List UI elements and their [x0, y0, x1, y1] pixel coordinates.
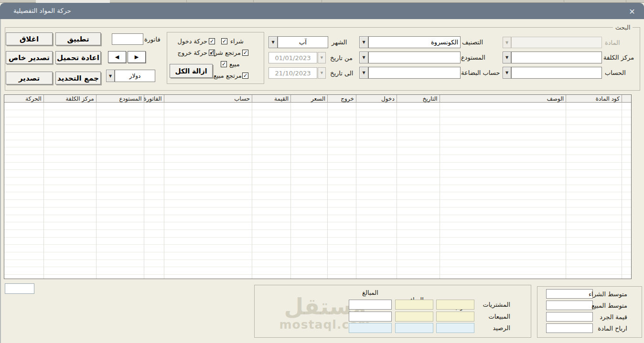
account-dropdown-button[interactable]: ▼	[503, 67, 511, 79]
purchase-return-checkbox[interactable]: ✓	[242, 50, 248, 56]
table-body-column	[327, 103, 356, 279]
bottom-left-input[interactable]	[5, 283, 34, 294]
table-body-column	[290, 103, 327, 279]
chevron-down-icon: ▼	[505, 41, 508, 45]
sales-net-field	[395, 312, 433, 322]
table-body-column	[566, 103, 622, 279]
classification-dropdown-button[interactable]: ▼	[359, 36, 368, 48]
balance-row-label: الرصيد	[477, 324, 510, 332]
account-label: الحساب	[605, 69, 626, 76]
column-header-invoice[interactable]: الفاتورة	[144, 95, 164, 103]
month-combobox[interactable]	[278, 36, 328, 48]
purchases-row-label: المشتريات	[477, 301, 510, 308]
inventory-value-input[interactable]	[546, 312, 593, 322]
close-button[interactable]: اغلاق	[6, 32, 53, 45]
goods-account-dropdown-button[interactable]: ▼	[359, 67, 368, 79]
table-body-column	[144, 103, 164, 279]
sale-checkbox[interactable]: ✓	[221, 61, 227, 67]
movement-in-checkbox[interactable]: ✓	[209, 38, 215, 44]
chevron-down-icon: ▼	[362, 71, 365, 75]
column-header-material-code[interactable]: كود المادة	[566, 95, 622, 103]
currency-combobox[interactable]	[115, 70, 155, 82]
special-export-button[interactable]: تصدير خاص	[6, 51, 53, 64]
goods-account-combobox[interactable]	[368, 67, 461, 79]
warehouse-dropdown-button[interactable]: ▼	[359, 52, 368, 63]
check-icon: ✓	[243, 50, 247, 55]
table-body-column	[43, 103, 96, 279]
purchases-net-field	[395, 300, 433, 310]
prev-arrow-icon: ◀	[115, 54, 119, 60]
chevron-down-icon: ▼	[505, 71, 508, 75]
avg-purchase-input[interactable]	[546, 289, 593, 299]
chevron-down-icon: ▼	[362, 55, 365, 60]
sales-amount-input[interactable]	[349, 312, 392, 322]
table-body-column	[356, 103, 397, 279]
column-header-value[interactable]: القيمة	[252, 95, 290, 103]
month-label: الشهر	[332, 39, 347, 46]
material-profit-input[interactable]	[546, 323, 593, 333]
classification-label: التصنيف	[462, 39, 483, 46]
to-date-label: الى تاريخ	[330, 70, 353, 77]
purchases-amount-input[interactable]	[349, 300, 392, 310]
column-header-price[interactable]: السعر	[290, 95, 327, 103]
titlebar: حركة المواد التفصيلية ✕	[0, 3, 644, 19]
reload-button[interactable]: اعادة تحميل	[55, 51, 101, 64]
purchase-label: شراء	[230, 38, 244, 45]
sale-return-checkbox[interactable]: ✓	[242, 73, 248, 79]
month-dropdown-button[interactable]: ▼	[268, 36, 278, 48]
purchase-checkbox[interactable]: ✓	[221, 38, 227, 44]
table-body-column	[4, 103, 43, 279]
warehouse-combobox[interactable]	[368, 52, 461, 63]
chevron-down-icon: ▼	[362, 40, 365, 44]
check-icon: ✓	[222, 39, 226, 44]
to-date-dropdown-button[interactable]: ▼	[318, 67, 326, 79]
sale-return-label: مرتجع مبيع	[209, 72, 242, 79]
balance-returns-field	[436, 323, 474, 333]
material-label: المادة	[605, 39, 620, 46]
inventory-value-label: قيمة الجرد	[595, 313, 627, 321]
close-icon[interactable]: ✕	[625, 5, 639, 18]
material-dropdown-button: ▼	[503, 37, 511, 48]
table-body-column	[96, 103, 144, 279]
export-button[interactable]: تصدير	[6, 72, 53, 84]
clear-all-button[interactable]: ازالة الكل	[170, 64, 213, 78]
next-record-button[interactable]: ▶	[128, 51, 146, 63]
balance-net-field	[395, 323, 433, 333]
window-title: حركة المواد التفصيلية	[13, 7, 71, 14]
from-date-input[interactable]	[268, 52, 317, 63]
sum-selection-button[interactable]: جمع التحديد	[55, 72, 101, 84]
check-icon: ✓	[222, 62, 226, 67]
table-body-column	[397, 103, 440, 279]
column-header-row-selector	[622, 95, 631, 103]
chevron-down-icon: ▼	[271, 40, 274, 44]
chevron-down-icon: ▼	[321, 56, 323, 60]
column-header-warehouse[interactable]: المستودع	[96, 95, 144, 103]
invoice-input[interactable]	[112, 33, 143, 45]
prev-record-button[interactable]: ◀	[108, 51, 126, 63]
material-profit-label: ارباح المادة	[595, 325, 627, 332]
column-header-account[interactable]: حساب	[164, 95, 252, 103]
cost-center-dropdown-button[interactable]: ▼	[503, 52, 511, 63]
avg-sale-label: متوسط المبيع	[595, 302, 627, 309]
avg-sale-input[interactable]	[546, 301, 593, 310]
apply-button[interactable]: تطبيق	[55, 32, 101, 45]
column-header-movement[interactable]: الحركة	[4, 95, 43, 103]
cost-center-combobox[interactable]	[511, 52, 602, 63]
sales-returns-field	[436, 312, 474, 322]
goods-account-label: حساب البضاعة	[461, 69, 500, 76]
balance-amount-field	[349, 323, 392, 333]
sale-label: مبيع	[229, 61, 240, 68]
classification-combobox[interactable]	[368, 36, 461, 48]
from-date-dropdown-button[interactable]: ▼	[318, 52, 326, 63]
column-header-out[interactable]: خروج	[327, 95, 356, 103]
account-combobox[interactable]	[511, 67, 602, 79]
column-header-cost-center[interactable]: مركز الكلفة	[43, 95, 96, 103]
amounts-header: المبالغ	[349, 289, 392, 296]
to-date-input[interactable]	[268, 67, 317, 79]
column-header-date[interactable]: التاريخ	[397, 95, 440, 103]
purchases-returns-field	[436, 300, 474, 310]
currency-dropdown-button[interactable]: ▼	[106, 70, 115, 82]
column-header-in[interactable]: دخول	[356, 95, 397, 103]
column-header-description[interactable]: الوصف	[440, 95, 566, 103]
table-body-column	[164, 103, 252, 279]
